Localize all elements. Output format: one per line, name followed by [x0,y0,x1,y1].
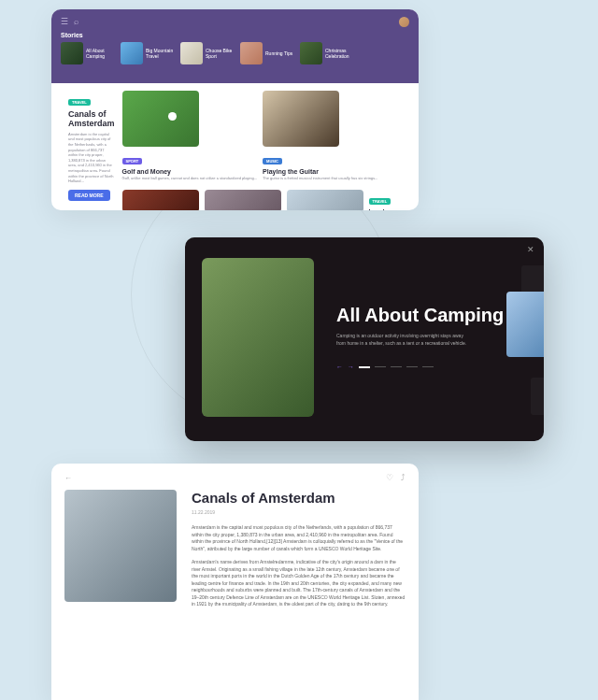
grid-image[interactable] [205,190,281,210]
article-card: ← ♡ ⤴ Canals of Amsterdam 11.22.2019 Ams… [51,464,419,700]
back-icon[interactable]: ← [64,474,72,482]
tag-music[interactable]: MUSIC [263,158,282,164]
search-icon[interactable]: ⌕ [74,17,78,26]
header: ☰ ⌕ Stories All About Camping Big Mounta… [51,9,419,83]
side-title[interactable]: Playing the Guitar [263,168,377,175]
heart-icon[interactable]: ♡ [386,473,393,482]
article-paragraph: Amsterdam's name derives from Amstelreda… [192,559,406,608]
story-label: Choose Bike Sport [206,48,235,59]
story-thumb [180,42,203,64]
feature-title[interactable]: Canals of Amsterdam [68,110,115,129]
story-label: All About Camping [86,48,116,59]
story-label: Big Mountain Travel [146,48,176,59]
story-thumb [300,42,322,64]
share-icon[interactable]: ⤴ [401,473,406,482]
story-image [202,258,314,417]
side-title[interactable]: Golf and Money [122,168,258,175]
feed-card: ☰ ⌕ Stories All About Camping Big Mounta… [51,9,419,210]
page-indicator[interactable] [422,366,434,367]
stories-row: All About Camping Big Mountain Travel Ch… [61,42,409,64]
page-indicator[interactable] [359,366,370,368]
read-more-button[interactable]: READ MORE [68,190,110,201]
story-thumb [240,42,263,64]
page-indicator[interactable] [391,366,402,367]
prev-icon[interactable]: ← [336,364,343,370]
side-image[interactable] [122,91,199,147]
side-title[interactable]: London [369,208,419,210]
story-nav: ← → [336,364,527,370]
page-indicator[interactable] [375,366,386,367]
tag-travel[interactable]: TRAVEL [369,198,392,205]
next-story-peek[interactable] [506,292,544,357]
story-title: All About Camping [336,305,527,325]
tag-travel[interactable]: TRAVEL [68,99,91,106]
story-item[interactable]: Running Tips [240,42,295,64]
avatar[interactable] [399,17,409,27]
story-item[interactable]: Big Mountain Travel [121,42,176,64]
article-title: Canals of Amsterdam [192,490,406,506]
feature-desc: Amsterdam is the capital and most populo… [68,132,115,184]
story-thumb [61,42,83,64]
story-item[interactable]: All About Camping [61,42,116,64]
story-label: Christmas Celebration [325,48,355,59]
grid-image[interactable] [122,190,199,210]
stories-heading: Stories [61,32,409,38]
tag-sport[interactable]: SPORT [122,158,143,164]
story-label: Running Tips [265,50,295,56]
article-date: 11.22.2019 [192,509,406,515]
page-indicator[interactable] [406,366,418,367]
article-paragraph: Amsterdam is the capital and most populo… [192,524,406,552]
story-item[interactable]: Choose Bike Sport [180,42,235,64]
grid-image[interactable] [287,190,363,210]
story-modal: ✕ All About Camping Camping is an outdoo… [185,237,544,441]
menu-icon[interactable]: ☰ [61,17,68,26]
story-thumb [121,42,143,64]
side-image[interactable] [263,91,339,147]
story-desc: Camping is an outdoor activity involving… [336,333,472,347]
story-item[interactable]: Christmas Celebration [300,42,355,64]
next-icon[interactable]: → [348,364,354,370]
side-desc: Golf, unlike most ball games, cannot and… [122,176,258,180]
side-desc: The guitar is a fretted musical instrume… [263,176,377,180]
article-image [64,490,177,602]
